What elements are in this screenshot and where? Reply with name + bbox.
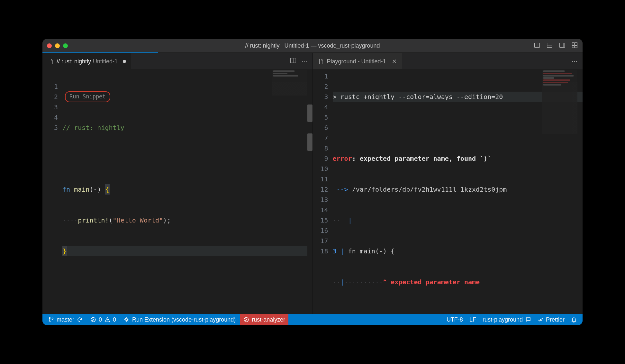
- close-tab-icon[interactable]: ✕: [392, 58, 397, 65]
- tab-label: // rust: nightly: [57, 58, 91, 65]
- scrollbar[interactable]: [307, 69, 312, 314]
- status-language-mode[interactable]: rust-playground: [479, 314, 534, 325]
- window-controls: [47, 43, 68, 48]
- svg-rect-8: [572, 45, 575, 48]
- svg-rect-7: [575, 42, 577, 45]
- error-icon: [90, 317, 96, 323]
- status-problems[interactable]: 0 0: [87, 314, 119, 325]
- toggle-panel-icon[interactable]: [546, 42, 553, 50]
- bell-icon: [571, 317, 577, 323]
- svg-point-12: [49, 317, 50, 319]
- minimize-window-button[interactable]: [55, 43, 60, 48]
- feedback-icon[interactable]: [525, 317, 531, 323]
- tab-label: Playground - Untitled-1: [327, 58, 386, 65]
- left-editor[interactable]: 1 2 3 4 5 Run Snippet // rust: nightly f…: [42, 69, 312, 314]
- minimap[interactable]: [272, 70, 307, 96]
- more-actions-icon[interactable]: ···: [301, 57, 307, 65]
- zoom-window-button[interactable]: [63, 43, 68, 48]
- error-icon: [243, 317, 249, 323]
- split-editor-icon[interactable]: [534, 42, 540, 50]
- check-all-icon: [538, 317, 543, 323]
- titlebar: // rust: nightly · Untitled-1 — vscode_r…: [42, 39, 583, 52]
- close-window-button[interactable]: [47, 43, 52, 48]
- window-title: // rust: nightly · Untitled-1 — vscode_r…: [42, 42, 583, 49]
- customize-layout-icon[interactable]: [571, 42, 578, 50]
- left-code[interactable]: Run Snippet // rust: nightly fn main(-) …: [62, 69, 312, 314]
- svg-point-14: [52, 318, 53, 319]
- status-git-branch[interactable]: master: [45, 314, 86, 325]
- left-tab-bar: // rust: nightly Untitled-1 ···: [42, 53, 312, 69]
- svg-point-20: [126, 319, 128, 321]
- scroll-thumb[interactable]: [307, 133, 312, 151]
- tab-playground-output[interactable]: Playground - Untitled-1 ✕: [313, 53, 402, 69]
- svg-rect-4: [560, 43, 565, 47]
- toggle-sidebar-icon[interactable]: [559, 42, 566, 50]
- scroll-thumb[interactable]: [307, 105, 312, 122]
- right-editor[interactable]: 1 2 3 4 5 6 7 8 9 10 11 12 13 14 15 16 1: [313, 69, 583, 314]
- status-run-extension[interactable]: Run Extension (vscode-rust-playground): [121, 314, 239, 325]
- svg-rect-2: [547, 43, 552, 47]
- git-branch-icon: [48, 317, 54, 323]
- status-notifications[interactable]: [568, 314, 580, 325]
- left-editor-pane: // rust: nightly Untitled-1 ··· 1 2 3 4 …: [42, 53, 312, 314]
- status-right-group: UTF-8 LF rust-playground Prettier: [443, 314, 580, 325]
- dirty-indicator-icon: [123, 60, 126, 63]
- svg-rect-6: [572, 42, 575, 45]
- run-snippet-codelens[interactable]: Run Snippet: [65, 91, 110, 102]
- svg-point-13: [49, 321, 50, 322]
- minimap[interactable]: [542, 70, 577, 134]
- split-editor-icon[interactable]: [290, 57, 297, 65]
- sync-icon[interactable]: [77, 317, 83, 323]
- editor-split: // rust: nightly Untitled-1 ··· 1 2 3 4 …: [42, 53, 583, 314]
- right-gutter: 1 2 3 4 5 6 7 8 9 10 11 12 13 14 15 16 1: [313, 69, 333, 314]
- status-prettier[interactable]: Prettier: [534, 314, 568, 325]
- right-tab-bar: Playground - Untitled-1 ✕ ···: [313, 53, 583, 69]
- more-actions-icon[interactable]: ···: [572, 57, 577, 65]
- status-rust-analyzer[interactable]: rust-analyzer: [240, 314, 288, 325]
- file-icon: [48, 58, 53, 65]
- status-eol[interactable]: LF: [466, 314, 479, 325]
- debug-icon: [124, 317, 130, 323]
- warning-icon: [104, 317, 110, 323]
- right-tab-actions: ···: [566, 53, 583, 69]
- tab-sub-label: Untitled-1: [93, 58, 118, 65]
- file-icon: [318, 58, 324, 65]
- svg-rect-9: [575, 45, 577, 48]
- status-bar: master 0 0 Run Extension (vscode-rust-pl…: [42, 314, 583, 325]
- tab-rust-nightly[interactable]: // rust: nightly Untitled-1: [42, 53, 131, 69]
- titlebar-actions: [534, 42, 578, 50]
- right-editor-pane: Playground - Untitled-1 ✕ ··· 1 2 3 4 5 …: [312, 53, 583, 314]
- status-encoding[interactable]: UTF-8: [443, 314, 466, 325]
- vscode-window: // rust: nightly · Untitled-1 — vscode_r…: [42, 39, 583, 325]
- left-tab-actions: ···: [285, 53, 312, 69]
- left-gutter: 1 2 3 4 5: [42, 69, 62, 314]
